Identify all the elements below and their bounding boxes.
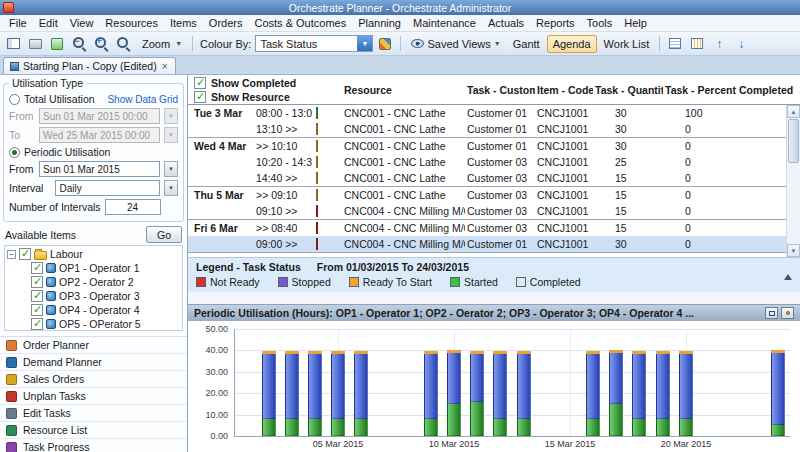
bar-segment-blue (331, 351, 345, 419)
tree-node-op5-operator-5[interactable]: OP5 - OPerator 5 (31, 317, 180, 331)
go-button[interactable]: Go (146, 226, 182, 243)
table-row[interactable]: Thu 5 Mar>> 09:10CNC001 - CNC LatheCusto… (188, 187, 786, 203)
calendar-dropdown-icon[interactable]: ▼ (164, 161, 178, 177)
colour-by-combobox[interactable]: Task Status ▼ (255, 35, 373, 52)
table-row[interactable]: 10:20 - 14:30CNC001 - CNC LatheCustomer … (188, 154, 786, 170)
chart-pin-button[interactable] (781, 307, 794, 319)
tree-node-op1-operator-1[interactable]: OP1 - Operator 1 (31, 261, 180, 275)
print-icon[interactable] (25, 34, 45, 54)
panel-splitter[interactable] (188, 292, 800, 304)
table-row[interactable]: Wed 4 Mar>> 10:10CNC001 - CNC LatheCusto… (188, 138, 786, 154)
cell-status (312, 222, 342, 234)
gantt-button[interactable]: Gantt (508, 35, 545, 53)
menu-actuals[interactable]: Actuals (482, 16, 530, 30)
menu-edit[interactable]: Edit (33, 16, 64, 30)
panels-icon[interactable] (3, 34, 23, 54)
table-row[interactable]: 14:40 >>CNC001 - CNC LatheCustomer 03CNC… (188, 170, 786, 186)
zoom-out-icon[interactable]: − (69, 34, 89, 54)
menu-orders[interactable]: Orders (203, 16, 249, 30)
saved-views-label: Saved Views (427, 38, 490, 50)
table-row[interactable]: 09:00 >>CNC004 - CNC Milling M/CCustomer… (188, 236, 786, 252)
collapse-icon[interactable]: − (7, 250, 16, 259)
nav-item-edit-tasks[interactable]: Edit Tasks (0, 405, 187, 422)
column-header-item-code[interactable]: Item - Code (535, 84, 593, 96)
scroll-down-icon[interactable]: ▼ (787, 244, 800, 257)
scrollbar-thumb[interactable] (788, 119, 799, 163)
scrollbar-track[interactable] (787, 164, 800, 244)
legend-item-not-ready: Not Ready (196, 276, 260, 288)
menu-tools[interactable]: Tools (581, 16, 619, 30)
menu-reports[interactable]: Reports (530, 16, 581, 30)
show-resource-checkbox[interactable]: Show Resource (194, 91, 342, 103)
print-icon (29, 39, 42, 49)
interval-select[interactable]: Daily (55, 180, 160, 196)
tree-checkbox[interactable] (19, 248, 31, 260)
move-up-icon[interactable]: ↑ (709, 34, 729, 54)
legend-item-label: Ready To Start (363, 276, 432, 288)
tree-checkbox[interactable] (31, 290, 43, 302)
table-row[interactable]: Tue 3 Mar08:00 - 13:00CNC001 - CNC Lathe… (188, 105, 786, 121)
table-row[interactable]: Fri 6 Mar>> 08:40CNC004 - CNC Milling M/… (188, 220, 786, 236)
cell-resource: CNC001 - CNC Lathe (342, 140, 465, 152)
menu-maintenance[interactable]: Maintenance (407, 16, 482, 30)
tree-node-op2-oerator-2[interactable]: OP2 - Oerator 2 (31, 275, 180, 289)
menu-resources[interactable]: Resources (99, 16, 164, 30)
export-icon[interactable] (47, 34, 67, 54)
nav-item-resource-list[interactable]: Resource List (0, 422, 187, 439)
nav-item-label: Unplan Tasks (23, 390, 86, 402)
go-button-label: Go (157, 229, 171, 241)
menu-items[interactable]: Items (164, 16, 203, 30)
scroll-up-icon[interactable]: ▲ (787, 105, 800, 118)
menu-file[interactable]: File (3, 16, 33, 30)
bar-segment-green (470, 402, 484, 436)
chart-maximize-button[interactable] (765, 307, 778, 319)
column-header-resource[interactable]: Resource (342, 84, 465, 96)
nav-item-unplan-tasks[interactable]: Unplan Tasks (0, 388, 187, 405)
menu-planning[interactable]: Planning (352, 16, 407, 30)
move-down-icon[interactable]: ↓ (731, 34, 751, 54)
agenda-button[interactable]: Agenda (547, 35, 597, 53)
tree-node-labour[interactable]: −Labour (7, 247, 180, 261)
tab-starting-plan[interactable]: Starting Plan - Copy (Edited) × (3, 57, 176, 74)
zoom-dropdown-button[interactable]: Zoom ▼ (135, 35, 187, 53)
saved-views-button[interactable]: Saved Views ▼ (406, 35, 505, 53)
tree-checkbox[interactable] (31, 304, 43, 316)
y-axis-label: 40.00 (190, 345, 228, 355)
column-header-task-quantity[interactable]: Task - Quantity (593, 84, 663, 96)
periodic-utilisation-radio[interactable] (9, 147, 20, 158)
intervals-field[interactable]: 24 (105, 199, 161, 215)
nav-item-task-progress[interactable]: Task Progress (0, 439, 187, 452)
column-header-task-customer[interactable]: Task - Customer (465, 84, 535, 96)
tree-checkbox[interactable] (31, 262, 43, 274)
tree-checkbox[interactable] (31, 318, 43, 330)
tree-node-op3-operator-3[interactable]: OP3 - Operator 3 (31, 289, 180, 303)
grid-vertical-scrollbar[interactable]: ▲ ▼ (786, 105, 800, 257)
tree-node-op4-operator-4[interactable]: OP4 - Operator 4 (31, 303, 180, 317)
menu-help[interactable]: Help (618, 16, 653, 30)
column-header-task-percent-completed[interactable]: Task - Percent Completed (663, 84, 800, 96)
nav-item-order-planner[interactable]: Order Planner (0, 337, 187, 354)
tree-checkbox[interactable] (31, 276, 43, 288)
close-icon[interactable]: × (161, 61, 169, 72)
interval-dropdown-icon[interactable]: ▼ (164, 180, 178, 196)
show-data-grid-link[interactable]: Show Data Grid (107, 94, 178, 105)
zoom-in-icon[interactable]: + (91, 34, 111, 54)
cell-item-code: CNCJ1001 (535, 189, 593, 201)
total-utilisation-radio[interactable] (9, 94, 20, 105)
nav-item-sales-orders[interactable]: Sales Orders (0, 371, 187, 388)
menu-view[interactable]: View (64, 16, 100, 30)
nav-item-demand-planner[interactable]: Demand Planner (0, 354, 187, 371)
collapse-all-icon[interactable] (687, 34, 707, 54)
expand-all-icon[interactable] (665, 34, 685, 54)
table-row[interactable]: 13:10 >>CNC001 - CNC LatheCustomer 01CNC… (188, 121, 786, 137)
chevron-down-icon[interactable]: ▼ (357, 36, 372, 51)
show-completed-checkbox[interactable]: Show Completed (194, 77, 342, 89)
collapse-legend-button[interactable] (784, 262, 792, 274)
table-row[interactable]: 09:10 >>CNC004 - CNC Milling M/CCustomer… (188, 203, 786, 219)
apply-colour-button[interactable] (375, 34, 395, 54)
menu-costs-outcomes[interactable]: Costs & Outcomes (248, 16, 352, 30)
cell-time: 08:00 - 13:00 (248, 107, 312, 119)
periodic-from-field[interactable]: Sun 01 Mar 2015 (39, 161, 160, 177)
work-list-button[interactable]: Work List (599, 35, 655, 53)
zoom-fit-icon[interactable] (113, 34, 133, 54)
